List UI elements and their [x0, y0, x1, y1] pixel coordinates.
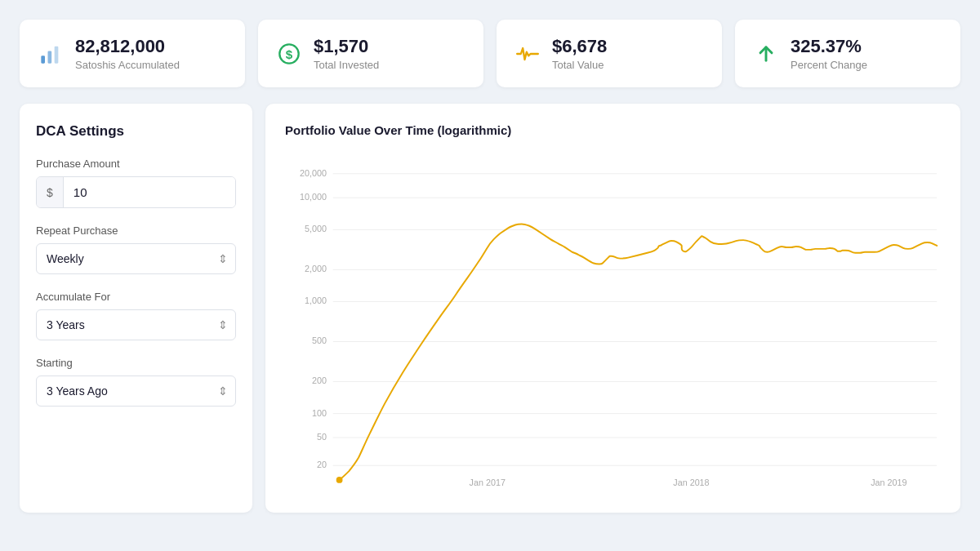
y-label-50: 50: [317, 432, 327, 442]
y-label-1000: 1,000: [305, 296, 327, 306]
invested-label: Total Invested: [314, 59, 379, 71]
svg-rect-1: [48, 51, 52, 63]
y-label-2000: 2,000: [305, 264, 327, 274]
arrow-up-icon: [755, 42, 777, 65]
chart-svg: 20,000 10,000 5,000 2,000 1,000 500 200 …: [285, 150, 941, 493]
dollar-icon: $: [278, 42, 301, 65]
bars-icon: [39, 42, 62, 65]
pulse-icon: [516, 42, 539, 65]
purchase-amount-input-wrapper: $ .00: [36, 176, 236, 208]
svg-rect-0: [41, 56, 45, 63]
chart-start-dot: [336, 477, 343, 483]
repeat-purchase-group: Repeat Purchase Daily Weekly Monthly ⇕: [36, 224, 236, 274]
y-label-500: 500: [312, 336, 327, 346]
percent-change-label: Percent Change: [791, 59, 867, 71]
svg-text:$: $: [286, 47, 293, 61]
portfolio-line: [340, 224, 938, 480]
svg-rect-2: [55, 46, 59, 63]
accumulate-for-group: Accumulate For 1 Year 2 Years 3 Years 5 …: [36, 291, 236, 340]
x-label-2017: Jan 2017: [470, 478, 506, 487]
satoshis-label: Satoshis Accumulated: [75, 59, 180, 71]
starting-wrapper: 1 Year Ago 2 Years Ago 3 Years Ago 5 Yea…: [36, 375, 236, 407]
main-content: DCA Settings Purchase Amount $ .00 Repea…: [20, 104, 960, 513]
dollar-prefix: $: [37, 177, 64, 207]
purchase-amount-group: Purchase Amount $ .00: [36, 158, 236, 208]
starting-group: Starting 1 Year Ago 2 Years Ago 3 Years …: [36, 357, 236, 407]
percent-change-value: 325.37%: [791, 36, 867, 57]
accumulate-for-label: Accumulate For: [36, 291, 236, 303]
y-label-200: 200: [312, 376, 327, 386]
purchase-amount-input[interactable]: [64, 177, 236, 207]
repeat-purchase-wrapper: Daily Weekly Monthly ⇕: [36, 243, 236, 274]
stats-row: 82,812,000 Satoshis Accumulated $ $1,570…: [20, 20, 960, 87]
starting-label: Starting: [36, 357, 236, 369]
repeat-purchase-select[interactable]: Daily Weekly Monthly: [36, 243, 236, 274]
satoshis-card: 82,812,000 Satoshis Accumulated: [20, 20, 245, 87]
y-label-20000: 20,000: [300, 168, 327, 178]
accumulate-for-select[interactable]: 1 Year 2 Years 3 Years 5 Years 10 Years: [36, 309, 236, 340]
invested-card: $ $1,570 Total Invested: [258, 20, 483, 87]
x-label-2018: Jan 2018: [673, 478, 709, 487]
y-label-100: 100: [312, 408, 327, 418]
settings-panel: DCA Settings Purchase Amount $ .00 Repea…: [20, 104, 252, 513]
y-label-20: 20: [317, 460, 327, 470]
total-value-label: Total Value: [552, 59, 607, 71]
chart-panel: Portfolio Value Over Time (logarithmic) …: [265, 104, 960, 513]
accumulate-for-wrapper: 1 Year 2 Years 3 Years 5 Years 10 Years …: [36, 309, 236, 340]
repeat-purchase-label: Repeat Purchase: [36, 224, 236, 237]
purchase-amount-label: Purchase Amount: [36, 158, 236, 170]
x-label-2019: Jan 2019: [871, 478, 906, 487]
y-label-10000: 10,000: [300, 193, 327, 202]
invested-value: $1,570: [314, 36, 379, 57]
total-value-value: $6,678: [552, 36, 607, 57]
settings-title: DCA Settings: [36, 123, 236, 140]
total-value-card: $6,678 Total Value: [497, 20, 722, 87]
y-label-5000: 5,000: [305, 224, 327, 234]
satoshis-value: 82,812,000: [75, 36, 180, 57]
percent-change-card: 325.37% Percent Change: [735, 20, 960, 87]
chart-title: Portfolio Value Over Time (logarithmic): [285, 123, 941, 137]
starting-select[interactable]: 1 Year Ago 2 Years Ago 3 Years Ago 5 Yea…: [36, 375, 236, 407]
chart-container: 20,000 10,000 5,000 2,000 1,000 500 200 …: [285, 150, 941, 493]
